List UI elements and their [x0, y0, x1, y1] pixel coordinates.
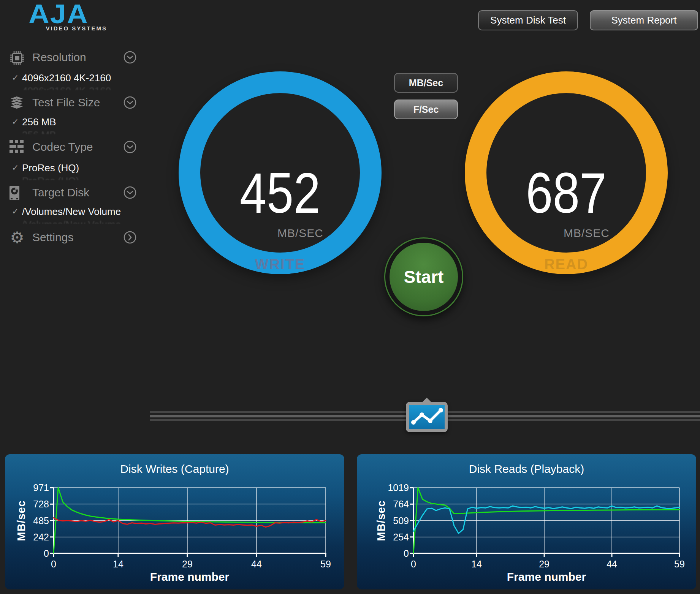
sidebar-item-target-disk[interactable]: Target Disk	[0, 185, 143, 201]
charts-toggle-button[interactable]	[406, 402, 448, 432]
start-button-disc: Start	[390, 243, 458, 311]
check-icon: ✓	[12, 73, 19, 83]
start-button[interactable]: Start	[384, 237, 463, 316]
y-axis-label: MB/sec	[15, 500, 28, 541]
sidebar-item-label: Settings	[32, 231, 73, 244]
sidebar-item-label: Resolution	[32, 51, 86, 64]
chevron-right-icon[interactable]	[123, 231, 137, 244]
selected-value: ProRes (HQ)	[22, 162, 79, 174]
start-button-label: Start	[404, 267, 444, 287]
sidebar-item-codec-type[interactable]: Codec Type	[0, 139, 143, 156]
chevron-down-icon[interactable]	[123, 96, 137, 109]
system-disk-test-label: System Disk Test	[490, 14, 566, 26]
sidebar-item-test-file-size[interactable]: Test File Size	[0, 95, 143, 111]
selected-value: 256 MB	[22, 116, 56, 128]
chip-icon	[9, 50, 25, 66]
sidebar-selected-test-file-size[interactable]: ✓256 MB	[0, 116, 143, 128]
write-speed-value: 452	[212, 164, 348, 221]
aja-system-test-window: AJA VIDEO SYSTEMS System Disk Test Syste…	[0, 0, 700, 594]
read-gauge-label: READ	[486, 256, 646, 273]
y-tick-label: 0	[19, 548, 49, 559]
disk-writes-chart-panel: Disk Writes (Capture) 024248572897101429…	[5, 454, 344, 589]
write-gauge-label: WRITE	[200, 256, 360, 273]
codec-icon	[9, 140, 25, 156]
y-tick-label: 0	[379, 548, 409, 559]
write-speed-gauge: 452 MB/SEC WRITE	[179, 71, 382, 274]
read-speed-gauge: 687 MB/SEC READ	[465, 71, 668, 274]
x-tick-label: 14	[105, 559, 131, 570]
chevron-down-icon[interactable]	[123, 51, 137, 64]
selected-value: 4096x2160 4K-2160	[22, 72, 111, 84]
chart-plot-area	[54, 488, 326, 553]
sidebar-item-settings[interactable]: ⚙Settings	[0, 229, 143, 246]
sidebar-selected-codec-type[interactable]: ✓ProRes (HQ)	[0, 162, 143, 174]
sidebar-next-option-ghost: 256 MB	[22, 129, 136, 134]
write-speed-unit: MB/SEC	[277, 227, 323, 240]
disk-reads-chart-panel: Disk Reads (Playback) 025450976410190142…	[357, 454, 696, 589]
x-tick-label: 0	[40, 559, 67, 570]
x-tick-label: 14	[463, 559, 490, 570]
sidebar-selected-resolution[interactable]: ✓4096x2160 4K-2160	[0, 72, 143, 84]
sidebar-next-option-ghost: /Volumes/New Volume	[22, 219, 136, 224]
x-tick-label: 0	[400, 559, 427, 570]
check-icon: ✓	[12, 117, 19, 127]
mb-sec-toggle-label: MB/Sec	[409, 77, 443, 88]
sidebar-selected-target-disk[interactable]: ✓/Volumes/New Volume	[0, 206, 143, 218]
y-tick-label: 1019	[379, 482, 409, 493]
system-report-button[interactable]: System Report	[590, 10, 698, 30]
chevron-down-icon[interactable]	[123, 140, 137, 154]
chart-plot-area	[413, 488, 679, 553]
f-sec-toggle-button[interactable]: F/Sec	[394, 100, 458, 119]
disk-icon	[9, 185, 25, 201]
mb-sec-toggle-button[interactable]: MB/Sec	[394, 73, 458, 93]
y-axis-label: MB/sec	[375, 500, 388, 541]
series-actual-rate	[54, 518, 326, 527]
sidebar-item-label: Test File Size	[32, 96, 100, 109]
read-speed-unit: MB/SEC	[564, 227, 610, 240]
x-tick-label: 29	[174, 559, 201, 570]
selected-value: /Volumes/New Volume	[22, 206, 121, 218]
read-speed-value: 687	[499, 164, 634, 221]
check-icon: ✓	[12, 207, 19, 216]
system-report-label: System Report	[611, 14, 677, 26]
x-tick-label: 29	[531, 559, 557, 570]
x-tick-label: 59	[666, 559, 693, 570]
x-axis-label: Frame number	[507, 570, 586, 583]
y-tick-label: 971	[19, 482, 49, 493]
disk-reads-chart-title: Disk Reads (Playback)	[357, 463, 696, 476]
aja-logo: AJA VIDEO SYSTEMS	[9, 1, 108, 32]
gear-icon: ⚙	[9, 230, 25, 246]
f-sec-toggle-label: F/Sec	[413, 104, 439, 115]
chevron-down-icon[interactable]	[123, 186, 137, 199]
line-chart-icon	[409, 405, 445, 429]
x-tick-label: 59	[312, 559, 339, 570]
sidebar-item-label: Target Disk	[32, 186, 89, 199]
sidebar-item-label: Codec Type	[32, 141, 93, 153]
x-tick-label: 44	[243, 559, 270, 570]
sidebar-next-option-ghost: 4096x2160 4K-2160	[22, 85, 136, 90]
x-tick-label: 44	[599, 559, 625, 570]
sidebar-item-resolution[interactable]: Resolution	[0, 49, 143, 66]
layers-icon	[9, 95, 25, 111]
aja-logo-text: AJA	[9, 2, 108, 26]
disk-writes-chart-title: Disk Writes (Capture)	[5, 463, 344, 476]
x-axis-label: Frame number	[150, 570, 229, 583]
system-disk-test-button[interactable]: System Disk Test	[478, 10, 578, 30]
check-icon: ✓	[12, 163, 19, 173]
sidebar-next-option-ghost: ProRes (HQ)	[22, 175, 136, 180]
